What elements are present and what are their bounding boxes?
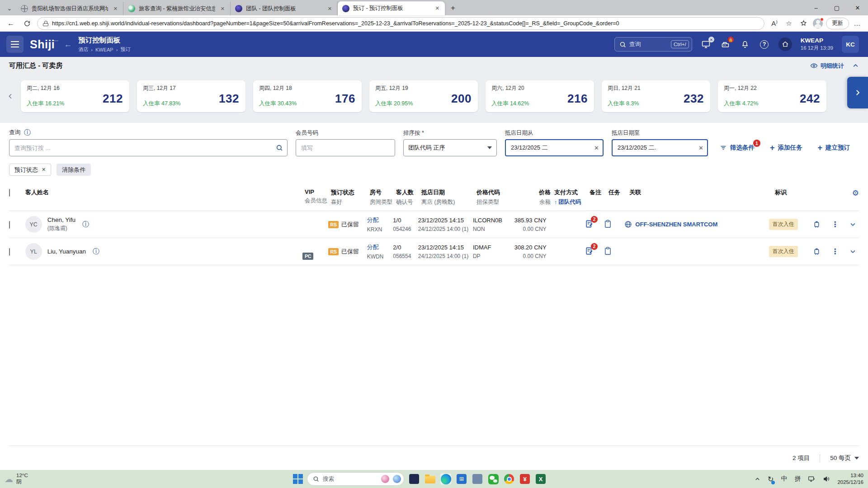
browser-tab-2[interactable]: 旅客查询 - 紫楠旅馆业治安信息管 ✕ bbox=[123, 2, 231, 15]
favorites-bar-icon[interactable] bbox=[797, 17, 810, 30]
task-clipboard-icon[interactable] bbox=[604, 220, 612, 228]
availability-card[interactable]: 周四, 12月 18 入住率 30.43% 176 bbox=[253, 80, 362, 112]
reservation-row[interactable]: YC Chen, Yifu (陈逸甫) ⓘ RS 已保留 分配 KRXN bbox=[9, 211, 859, 238]
terminal-status-icon[interactable]: ✕ bbox=[701, 39, 712, 50]
linked-company[interactable]: OFF-SHENZHEN SMARTCOM bbox=[624, 221, 769, 228]
availability-card[interactable]: 周五, 12月 19 入住率 20.95% 200 bbox=[369, 80, 478, 112]
col-room[interactable]: 房号 bbox=[370, 188, 396, 197]
clear-icon[interactable]: ✕ bbox=[594, 145, 599, 151]
taskbar-clock[interactable]: 13:40 2025/12/16 bbox=[837, 472, 863, 486]
arrival-to-input[interactable] bbox=[612, 139, 708, 156]
taskbar-app-icon[interactable]: ¥ bbox=[519, 473, 531, 485]
col-arrival[interactable]: 抵店日期 bbox=[421, 188, 476, 197]
guest-info-icon[interactable]: ⓘ bbox=[93, 247, 99, 256]
cashier-icon[interactable]: 🔒 bbox=[720, 39, 731, 50]
row-checkbox[interactable] bbox=[9, 248, 10, 256]
row-checkbox[interactable] bbox=[9, 221, 10, 229]
read-aloud-icon[interactable]: A⁾ bbox=[768, 17, 781, 30]
global-search-input[interactable]: 查询 Ctrl+/ bbox=[614, 37, 692, 52]
microsoft-store-icon[interactable]: ⊞ bbox=[456, 473, 467, 485]
home-icon[interactable] bbox=[778, 38, 792, 51]
favorite-star-icon[interactable]: ☆ bbox=[783, 17, 795, 30]
guest-name[interactable]: Liu, Yuanyuan bbox=[47, 248, 86, 255]
notifications-bell-icon[interactable] bbox=[740, 39, 750, 50]
reservation-row[interactable]: YL Liu, Yuanyuan ⓘ PC RS 已保留 分配 KWDN 2/0… bbox=[9, 238, 859, 265]
breadcrumb-page[interactable]: 预订 bbox=[120, 46, 130, 53]
address-bar[interactable]: https://cn1.web.ep.shiji.world/individua… bbox=[37, 17, 764, 30]
detail-stats-link[interactable]: 明细统计 bbox=[810, 62, 844, 70]
tab-close-icon[interactable]: ✕ bbox=[434, 5, 441, 12]
hamburger-menu-icon[interactable] bbox=[6, 36, 24, 53]
expand-row-chevron-icon[interactable] bbox=[849, 248, 856, 255]
col-guest-name[interactable]: 客人姓名 bbox=[25, 188, 305, 197]
user-avatar[interactable]: KC bbox=[842, 36, 859, 53]
help-icon[interactable]: ? bbox=[759, 39, 770, 50]
sync-icon[interactable]: ↻ bbox=[768, 475, 774, 483]
taskbar-search-input[interactable]: 搜索 bbox=[307, 472, 404, 486]
tray-expand-icon[interactable] bbox=[755, 476, 760, 482]
col-status[interactable]: 预订状态 bbox=[331, 188, 370, 197]
tab-close-icon[interactable]: ✕ bbox=[112, 5, 119, 13]
taskbar-app-icon[interactable] bbox=[408, 473, 420, 485]
volume-icon[interactable] bbox=[823, 475, 830, 483]
row-menu-kebab-icon[interactable]: ⋮ bbox=[831, 247, 839, 256]
chrome-icon[interactable] bbox=[503, 473, 515, 485]
availability-card[interactable]: 周二, 12月 16 入住率 16.21% 212 bbox=[21, 80, 129, 112]
browser-menu-icon[interactable]: … bbox=[851, 17, 863, 30]
excel-icon[interactable]: X bbox=[535, 473, 547, 485]
file-explorer-icon[interactable] bbox=[424, 473, 436, 485]
sort-select[interactable]: 团队代码 正序 bbox=[403, 139, 497, 156]
breadcrumb-hotel[interactable]: 酒店 bbox=[78, 46, 88, 53]
member-number-input[interactable] bbox=[296, 139, 395, 156]
remarks-icon[interactable]: 2 bbox=[585, 247, 594, 255]
back-icon[interactable]: ← bbox=[5, 17, 17, 30]
assign-room-link[interactable]: 分配 bbox=[367, 216, 379, 223]
col-payment[interactable]: 支付方式 bbox=[554, 188, 590, 197]
property-info[interactable]: KWEAP 16 12月 13:39 bbox=[801, 37, 833, 51]
tab-list-icon[interactable]: ⌄ bbox=[3, 2, 16, 14]
filter-conditions-button[interactable]: 筛选条件 1 bbox=[720, 139, 755, 156]
status-filter-chip[interactable]: 预订状态 ✕ bbox=[9, 164, 51, 176]
tab-close-icon[interactable]: ✕ bbox=[326, 5, 334, 13]
col-links[interactable]: 关联 bbox=[629, 188, 775, 197]
network-icon[interactable] bbox=[808, 476, 816, 483]
browser-update-button[interactable]: 更新 bbox=[826, 18, 849, 29]
profile-avatar[interactable] bbox=[811, 17, 824, 30]
col-tags[interactable]: 标识 bbox=[775, 188, 819, 197]
row-menu-kebab-icon[interactable]: ⋮ bbox=[831, 220, 839, 229]
col-guests[interactable]: 客人数 bbox=[396, 188, 421, 197]
info-icon[interactable]: ⓘ bbox=[24, 128, 31, 137]
collapse-section-icon[interactable] bbox=[852, 62, 859, 69]
ime-language-icon[interactable]: 中 bbox=[781, 475, 787, 483]
carousel-right-button[interactable] bbox=[847, 77, 868, 108]
guest-name[interactable]: Chen, Yifu bbox=[47, 216, 75, 223]
col-vip[interactable]: VIP bbox=[305, 188, 331, 195]
breadcrumb-property[interactable]: KWEAP bbox=[95, 47, 113, 52]
availability-card[interactable]: 周一, 12月 22 入住率 4.72% 242 bbox=[718, 80, 826, 112]
query-input[interactable] bbox=[9, 139, 288, 156]
wechat-icon[interactable] bbox=[487, 473, 499, 485]
refresh-icon[interactable] bbox=[21, 17, 33, 30]
page-back-icon[interactable]: ← bbox=[64, 40, 72, 49]
col-remarks[interactable]: 备注 bbox=[590, 188, 609, 197]
col-rate-code[interactable]: 价格代码 bbox=[476, 188, 514, 197]
clear-icon[interactable]: ✕ bbox=[698, 145, 703, 151]
column-settings-gear-icon[interactable]: ⚙ bbox=[852, 188, 859, 198]
create-reservation-button[interactable]: + 建立预订 bbox=[818, 139, 850, 156]
col-tasks[interactable]: 任务 bbox=[609, 188, 629, 197]
luggage-icon[interactable] bbox=[813, 247, 821, 256]
task-clipboard-icon[interactable] bbox=[604, 247, 612, 255]
browser-tab-active[interactable]: 预订 - 预订控制面板 ✕ bbox=[338, 1, 445, 15]
window-close-button[interactable]: ✕ bbox=[847, 0, 868, 15]
tab-close-icon[interactable]: ✕ bbox=[219, 5, 226, 13]
window-maximize-button[interactable]: ▢ bbox=[826, 0, 847, 15]
arrival-from-input[interactable] bbox=[505, 139, 604, 156]
page-size-select[interactable]: 50 每页 bbox=[820, 454, 859, 462]
remove-chip-icon[interactable]: ✕ bbox=[42, 167, 46, 173]
remarks-icon[interactable]: 2 bbox=[585, 220, 594, 228]
availability-card[interactable]: 周三, 12月 17 入住率 47.83% 132 bbox=[137, 80, 245, 112]
ime-pinyin-icon[interactable]: 拼 bbox=[794, 475, 801, 483]
start-button-icon[interactable] bbox=[293, 474, 303, 484]
availability-card[interactable]: 周六, 12月 20 入住率 14.62% 216 bbox=[486, 80, 594, 112]
availability-card[interactable]: 周日, 12月 21 入住率 8.3% 232 bbox=[602, 80, 710, 112]
